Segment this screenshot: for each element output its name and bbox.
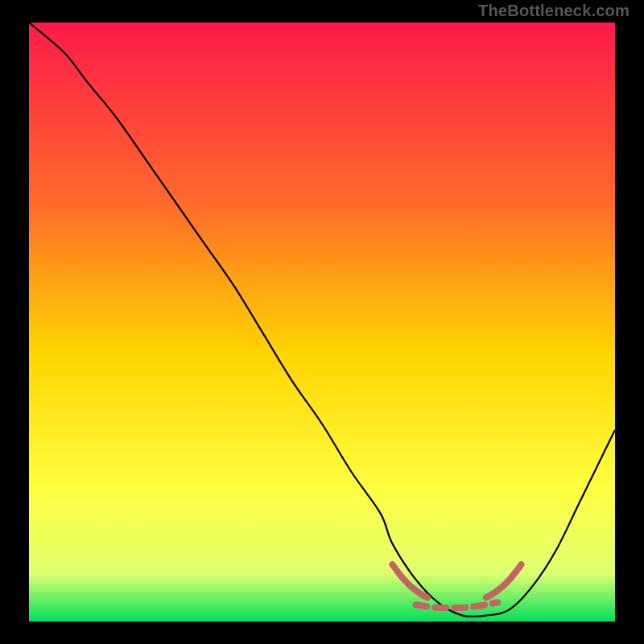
plot-area: [29, 23, 615, 621]
attribution-label: TheBottleneck.com: [478, 2, 630, 20]
bottleneck-chart: [0, 0, 644, 644]
chart-frame: TheBottleneck.com: [0, 0, 644, 644]
